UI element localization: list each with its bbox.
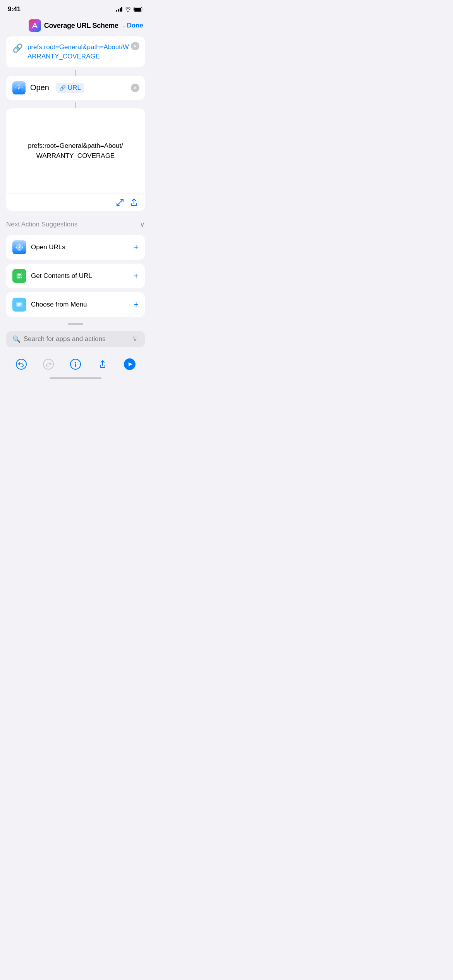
share-toolbar-button[interactable]	[94, 356, 111, 373]
nav-bar: Coverage URL Scheme ⌵ Done	[0, 16, 151, 36]
signal-icon	[116, 7, 123, 12]
home-indicator	[0, 374, 151, 383]
connector-line-2	[6, 102, 145, 108]
main-content: 🔗 prefs:root=General&path=About/WARRANTY…	[0, 36, 151, 211]
svg-point-4	[19, 87, 20, 88]
open-url-action-card: Open 🔗 URL ×	[6, 76, 145, 100]
suggestion-get-contents-label: Get Contents of URL	[31, 272, 129, 280]
search-input[interactable]	[24, 335, 129, 343]
open-url-close-button[interactable]: ×	[131, 84, 139, 92]
status-icons	[116, 7, 144, 12]
search-icon: 🔍	[12, 335, 21, 343]
suggestion-open-urls-label: Open URLs	[31, 243, 129, 251]
app-icon	[29, 19, 41, 32]
status-bar: 9:41	[0, 0, 151, 16]
url-preview-footer	[6, 194, 145, 211]
suggestion-item-open-urls[interactable]: Open URLs +	[6, 235, 145, 260]
info-button[interactable]	[67, 356, 84, 373]
status-time: 9:41	[8, 5, 21, 13]
expand-button[interactable]	[115, 198, 125, 207]
suggestion-choose-menu-add-button[interactable]: +	[134, 300, 139, 310]
url-preview-text: prefs:root=General&path=About/WARRANTY_C…	[28, 141, 123, 161]
done-button[interactable]: Done	[127, 22, 143, 29]
url-text-area: prefs:root=General&path=About/WARRANTY_C…	[27, 43, 129, 61]
suggestions-chevron-icon: ∨	[140, 220, 145, 229]
suggestions-title: Next Action Suggestions	[6, 221, 77, 228]
nav-center: Coverage URL Scheme ⌵	[29, 19, 125, 32]
redo-button[interactable]	[40, 356, 57, 373]
suggestion-open-urls-add-button[interactable]: +	[134, 242, 139, 252]
nav-chevron-icon[interactable]: ⌵	[122, 22, 125, 29]
search-bar: 🔍 🎙	[6, 331, 145, 347]
search-container: 🔍 🎙	[0, 327, 151, 351]
wifi-icon	[125, 7, 131, 12]
share-button[interactable]	[129, 198, 139, 207]
nav-title: Coverage URL Scheme	[44, 22, 118, 30]
url-badge-icon: 🔗	[59, 85, 66, 91]
link-icon: 🔗	[12, 43, 23, 53]
scroll-indicator	[0, 321, 151, 326]
suggestion-item-choose-menu[interactable]: Choose from Menu +	[6, 292, 145, 317]
url-badge: 🔗 URL	[56, 83, 84, 93]
suggestion-safari-icon	[12, 240, 26, 254]
svg-point-12	[75, 362, 76, 363]
svg-rect-2	[29, 19, 41, 32]
svg-rect-1	[134, 8, 141, 11]
battery-icon	[134, 7, 143, 12]
suggestion-green-icon	[12, 269, 26, 283]
mic-icon[interactable]: 🎙	[132, 335, 139, 343]
suggestion-item-get-contents[interactable]: Get Contents of URL +	[6, 264, 145, 288]
play-button[interactable]	[121, 356, 138, 373]
suggestions-header[interactable]: Next Action Suggestions ∨	[0, 217, 151, 235]
url-badge-text: URL	[68, 84, 81, 92]
safari-icon	[12, 81, 26, 94]
suggestion-teal-icon	[12, 298, 26, 312]
suggestion-choose-menu-label: Choose from Menu	[31, 301, 129, 308]
url-input-card: 🔗 prefs:root=General&path=About/WARRANTY…	[6, 36, 145, 67]
connector-line	[6, 70, 145, 76]
bottom-toolbar	[0, 351, 151, 374]
url-close-button[interactable]: ×	[131, 42, 139, 50]
open-action-label: Open	[30, 83, 49, 92]
undo-button[interactable]	[13, 356, 30, 373]
url-text[interactable]: prefs:root=General&path=About/WARRANTY_C…	[27, 43, 129, 60]
url-preview-card: prefs:root=General&path=About/WARRANTY_C…	[6, 108, 145, 211]
suggestion-get-contents-add-button[interactable]: +	[134, 271, 139, 281]
url-preview-content: prefs:root=General&path=About/WARRANTY_C…	[6, 108, 145, 194]
